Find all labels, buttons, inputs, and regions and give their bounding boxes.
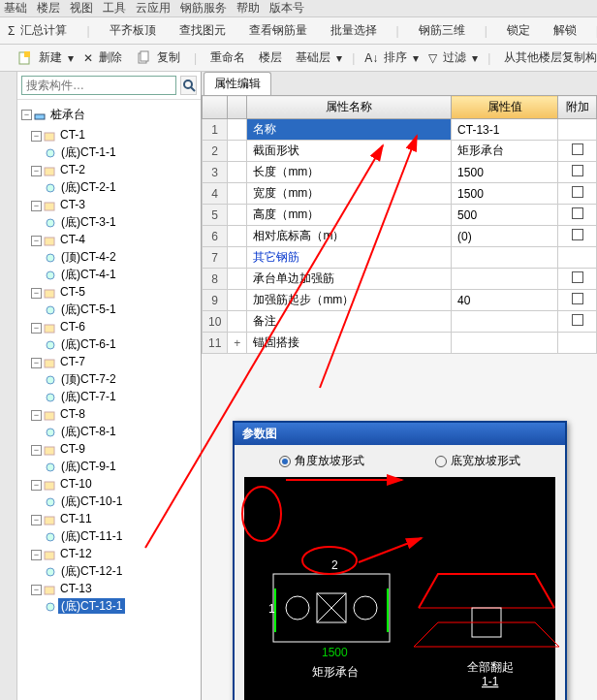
menu-item[interactable]: 基础 [4, 0, 27, 16]
search-button[interactable] [180, 76, 197, 95]
checkbox[interactable] [572, 143, 583, 155]
row-num: 9 [203, 290, 228, 311]
col-value[interactable]: 属性值 [452, 96, 558, 119]
prop-value[interactable] [452, 247, 558, 269]
tree-node[interactable]: CT-4 [57, 232, 88, 247]
menu-item[interactable]: 版本号 [269, 0, 304, 16]
checkbox[interactable] [572, 271, 583, 283]
tree-node[interactable]: CT-2 [57, 162, 88, 177]
radio-angle-slope[interactable]: 角度放坡形式 [279, 453, 364, 469]
tree-node[interactable]: CT-1 [57, 127, 88, 143]
svg-rect-25 [45, 447, 54, 455]
tree-leaf[interactable]: (底)CT-5-1 [58, 302, 119, 317]
checkbox[interactable] [572, 186, 583, 198]
btn-align-top[interactable]: 平齐板顶 [102, 18, 164, 43]
prop-value[interactable] [452, 269, 558, 290]
menu-item[interactable]: 帮助 [236, 0, 260, 16]
checkbox[interactable] [572, 165, 583, 176]
tree-toggle[interactable]: − [31, 410, 42, 421]
tree-toggle[interactable]: − [31, 515, 42, 525]
tree-leaf[interactable]: (底)CT-2-1 [58, 179, 119, 195]
prop-value[interactable]: 500 [452, 205, 558, 226]
radio-width-slope[interactable]: 底宽放坡形式 [435, 453, 520, 469]
floor-select[interactable]: 基础层 ▾ [288, 46, 346, 70]
tree-toggle[interactable]: − [21, 110, 32, 120]
btn-copy-other-floor[interactable]: 从其他楼层复制构件 [496, 46, 597, 70]
tree-node[interactable]: CT-9 [57, 441, 88, 457]
tree-leaf[interactable]: (底)CT-12-1 [58, 563, 125, 579]
btn-rebar-qty[interactable]: 查看钢筋量 [241, 18, 315, 43]
checkbox[interactable] [572, 229, 583, 240]
prop-value[interactable]: 1500 [452, 183, 558, 205]
tree-leaf[interactable]: (顶)CT-4-2 [58, 249, 119, 265]
tree-leaf[interactable]: (底)CT-1-1 [58, 144, 119, 160]
btn-lock[interactable]: 锁定 [499, 18, 538, 43]
tree-toggle[interactable]: − [31, 480, 42, 491]
tree-leaf[interactable]: (底)CT-6-1 [58, 336, 119, 352]
col-name[interactable]: 属性名称 [247, 96, 452, 119]
tree-node[interactable]: CT-3 [57, 197, 88, 212]
btn-new[interactable]: 新建 ▾ [14, 46, 78, 70]
btn-unlock[interactable]: 解锁 [546, 18, 584, 43]
expand-row[interactable]: + [228, 333, 247, 354]
tree-node[interactable]: CT-6 [57, 319, 88, 334]
btn-rebar-3d[interactable]: 钢筋三维 [411, 18, 473, 43]
tree-leaf[interactable]: (底)CT-9-1 [58, 459, 119, 474]
col-extra[interactable]: 附加 [558, 96, 597, 119]
tree-node[interactable]: CT-13 [57, 581, 95, 596]
tree-leaf[interactable]: (底)CT-13-1 [58, 598, 125, 614]
tree-node[interactable]: CT-10 [57, 476, 95, 492]
prop-value[interactable]: 矩形承台 [452, 141, 558, 162]
tree-leaf[interactable]: (底)CT-7-1 [58, 389, 119, 404]
prop-value[interactable]: CT-13-1 [452, 119, 558, 141]
btn-copy[interactable]: 复制 [132, 46, 188, 70]
prop-value[interactable] [452, 311, 558, 333]
prop-value[interactable]: 1500 [452, 162, 558, 183]
btn-sort[interactable]: A↓ 排序 ▾ [361, 46, 423, 70]
tree-node[interactable]: CT-5 [57, 284, 88, 300]
prop-value[interactable]: 40 [452, 290, 558, 311]
tree-toggle[interactable]: − [31, 288, 42, 299]
menu-item[interactable]: 云应用 [136, 0, 171, 16]
checkbox[interactable] [572, 293, 583, 304]
prop-value[interactable] [452, 333, 558, 354]
prop-name: 锚固搭接 [247, 333, 452, 354]
search-input[interactable] [21, 76, 176, 95]
svg-text:1-1: 1-1 [482, 675, 499, 688]
tree-leaf[interactable]: (底)CT-11-1 [58, 528, 125, 544]
tree-toggle[interactable]: − [31, 550, 42, 560]
btn-sum[interactable]: Σ 汇总计算 [4, 18, 75, 43]
tree-toggle[interactable]: − [31, 585, 42, 595]
menu-item[interactable]: 工具 [103, 0, 126, 16]
btn-filter[interactable]: ▽ 过滤 ▾ [424, 46, 482, 70]
btn-batch-select[interactable]: 批量选择 [323, 18, 385, 43]
checkbox[interactable] [572, 207, 583, 219]
menu-item[interactable]: 视图 [70, 0, 93, 16]
tree-toggle[interactable]: − [31, 445, 42, 456]
tree-node[interactable]: CT-11 [57, 511, 95, 526]
tree-leaf[interactable]: (顶)CT-7-2 [58, 371, 119, 387]
btn-delete[interactable]: ✕ 删除 [79, 46, 130, 70]
tree-toggle[interactable]: − [31, 236, 42, 246]
tree-toggle[interactable]: − [31, 358, 42, 368]
tree-leaf[interactable]: (底)CT-4-1 [58, 267, 119, 282]
tree-node[interactable]: CT-12 [57, 546, 95, 561]
btn-find[interactable]: 查找图元 [172, 18, 234, 43]
tree-toggle[interactable]: − [31, 323, 42, 334]
menu-item[interactable]: 楼层 [37, 0, 60, 16]
menu-item[interactable]: 钢筋服务 [180, 0, 227, 16]
btn-rename[interactable]: 重命名 [203, 46, 253, 70]
tree-toggle[interactable]: − [31, 131, 42, 142]
svg-rect-1 [24, 51, 30, 57]
tree-leaf[interactable]: (底)CT-10-1 [58, 493, 125, 509]
tree-node[interactable]: CT-7 [57, 354, 88, 369]
tree-leaf[interactable]: (底)CT-8-1 [58, 424, 119, 439]
tree-toggle[interactable]: − [31, 166, 42, 176]
checkbox[interactable] [572, 314, 583, 326]
tree-root-label[interactable]: 桩承台 [47, 106, 88, 124]
tree-node[interactable]: CT-8 [57, 406, 88, 422]
tab-properties[interactable]: 属性编辑 [204, 72, 271, 95]
tree-leaf[interactable]: (底)CT-3-1 [58, 214, 119, 230]
tree-toggle[interactable]: − [31, 201, 42, 211]
prop-value[interactable]: (0) [452, 226, 558, 247]
